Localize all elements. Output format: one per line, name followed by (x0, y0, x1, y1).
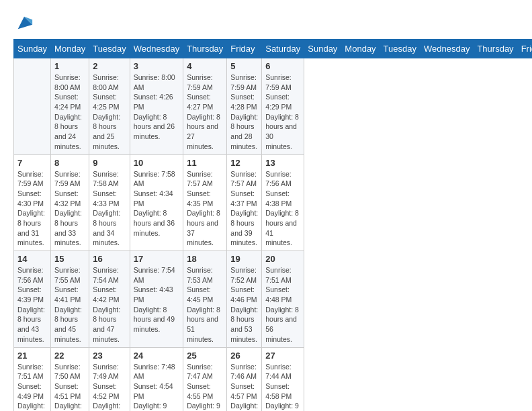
day-detail: Sunrise: 7:52 AM Sunset: 4:46 PM Dayligh… (230, 265, 258, 345)
calendar-cell: 16Sunrise: 7:54 AM Sunset: 4:42 PM Dayli… (89, 251, 130, 348)
day-detail: Sunrise: 7:53 AM Sunset: 4:45 PM Dayligh… (187, 265, 223, 345)
calendar-cell: 9Sunrise: 7:58 AM Sunset: 4:33 PM Daylig… (89, 154, 130, 251)
day-detail: Sunrise: 7:56 AM Sunset: 4:38 PM Dayligh… (265, 169, 300, 248)
day-number: 19 (230, 254, 258, 264)
day-detail: Sunrise: 7:58 AM Sunset: 4:34 PM Dayligh… (134, 169, 179, 238)
calendar-header-row: SundayMondayTuesdayWednesdayThursdayFrid… (14, 40, 533, 58)
day-number: 21 (17, 351, 47, 361)
day-detail: Sunrise: 7:56 AM Sunset: 4:39 PM Dayligh… (17, 265, 47, 345)
day-detail: Sunrise: 7:44 AM Sunset: 4:58 PM Dayligh… (265, 362, 300, 412)
calendar-cell: 8Sunrise: 7:59 AM Sunset: 4:32 PM Daylig… (51, 154, 89, 251)
calendar-cell: 13Sunrise: 7:56 AM Sunset: 4:38 PM Dayli… (262, 154, 304, 251)
day-number: 5 (230, 61, 258, 71)
calendar-cell: 14Sunrise: 7:56 AM Sunset: 4:39 PM Dayli… (14, 251, 51, 348)
day-number: 22 (54, 351, 85, 361)
day-number: 15 (54, 254, 85, 264)
day-number: 8 (54, 158, 85, 168)
calendar-cell: 10Sunrise: 7:58 AM Sunset: 4:34 PM Dayli… (130, 154, 183, 251)
day-number: 1 (54, 61, 85, 71)
calendar-cell: 21Sunrise: 7:51 AM Sunset: 4:49 PM Dayli… (14, 347, 51, 411)
day-number: 3 (134, 61, 179, 71)
logo (13, 13, 34, 32)
day-detail: Sunrise: 8:00 AM Sunset: 4:25 PM Dayligh… (93, 73, 126, 152)
logo-icon (15, 13, 34, 32)
svg-marker-0 (18, 17, 32, 30)
calendar-cell: 15Sunrise: 7:55 AM Sunset: 4:41 PM Dayli… (51, 251, 89, 348)
day-detail: Sunrise: 7:59 AM Sunset: 4:28 PM Dayligh… (230, 73, 258, 152)
day-number: 18 (187, 254, 223, 264)
header-tuesday: Tuesday (380, 40, 420, 58)
header-saturday: Saturday (262, 40, 304, 58)
header-monday: Monday (51, 40, 89, 58)
day-detail: Sunrise: 7:59 AM Sunset: 4:29 PM Dayligh… (265, 73, 300, 152)
header-wednesday: Wednesday (130, 40, 183, 58)
calendar-cell: 11Sunrise: 7:57 AM Sunset: 4:35 PM Dayli… (183, 154, 227, 251)
header-thursday: Thursday (183, 40, 227, 58)
page-header (13, 13, 519, 32)
day-number: 20 (265, 254, 300, 264)
day-number: 17 (134, 254, 179, 264)
header-friday: Friday (227, 40, 262, 58)
calendar-cell: 4Sunrise: 7:59 AM Sunset: 4:27 PM Daylig… (183, 58, 227, 155)
calendar-cell (14, 58, 51, 155)
day-detail: Sunrise: 7:54 AM Sunset: 4:42 PM Dayligh… (93, 265, 126, 345)
calendar-cell: 2Sunrise: 8:00 AM Sunset: 4:25 PM Daylig… (89, 58, 130, 155)
calendar-cell: 27Sunrise: 7:44 AM Sunset: 4:58 PM Dayli… (262, 347, 304, 411)
calendar-cell: 12Sunrise: 7:57 AM Sunset: 4:37 PM Dayli… (227, 154, 262, 251)
day-detail: Sunrise: 7:51 AM Sunset: 4:49 PM Dayligh… (17, 362, 47, 412)
calendar-cell: 25Sunrise: 7:47 AM Sunset: 4:55 PM Dayli… (183, 347, 227, 411)
day-detail: Sunrise: 8:00 AM Sunset: 4:24 PM Dayligh… (54, 73, 85, 152)
calendar-cell: 7Sunrise: 7:59 AM Sunset: 4:30 PM Daylig… (14, 154, 51, 251)
calendar-cell: 18Sunrise: 7:53 AM Sunset: 4:45 PM Dayli… (183, 251, 227, 348)
day-detail: Sunrise: 7:59 AM Sunset: 4:32 PM Dayligh… (54, 169, 85, 248)
day-number: 14 (17, 254, 47, 264)
day-number: 23 (93, 351, 126, 361)
day-number: 27 (265, 351, 300, 361)
header-tuesday: Tuesday (89, 40, 130, 58)
day-detail: Sunrise: 7:59 AM Sunset: 4:27 PM Dayligh… (187, 73, 223, 152)
calendar-cell: 17Sunrise: 7:54 AM Sunset: 4:43 PM Dayli… (130, 251, 183, 348)
day-detail: Sunrise: 8:00 AM Sunset: 4:26 PM Dayligh… (134, 73, 179, 142)
day-number: 6 (265, 61, 300, 71)
calendar-cell: 24Sunrise: 7:48 AM Sunset: 4:54 PM Dayli… (130, 347, 183, 411)
day-detail: Sunrise: 7:51 AM Sunset: 4:48 PM Dayligh… (265, 265, 300, 345)
day-detail: Sunrise: 7:46 AM Sunset: 4:57 PM Dayligh… (230, 362, 258, 412)
header-monday: Monday (341, 40, 380, 58)
day-detail: Sunrise: 7:49 AM Sunset: 4:52 PM Dayligh… (93, 362, 126, 412)
calendar-cell: 6Sunrise: 7:59 AM Sunset: 4:29 PM Daylig… (262, 58, 304, 155)
day-number: 9 (93, 158, 126, 168)
day-detail: Sunrise: 7:57 AM Sunset: 4:35 PM Dayligh… (187, 169, 223, 248)
calendar-cell: 1Sunrise: 8:00 AM Sunset: 4:24 PM Daylig… (51, 58, 89, 155)
day-detail: Sunrise: 7:47 AM Sunset: 4:55 PM Dayligh… (187, 362, 223, 412)
day-number: 13 (265, 158, 300, 168)
calendar-week-row: 14Sunrise: 7:56 AM Sunset: 4:39 PM Dayli… (14, 251, 533, 348)
day-number: 4 (187, 61, 223, 71)
calendar-cell: 23Sunrise: 7:49 AM Sunset: 4:52 PM Dayli… (89, 347, 130, 411)
day-detail: Sunrise: 7:59 AM Sunset: 4:30 PM Dayligh… (17, 169, 47, 248)
day-detail: Sunrise: 7:50 AM Sunset: 4:51 PM Dayligh… (54, 362, 85, 412)
day-number: 16 (93, 254, 126, 264)
header-friday: Friday (517, 40, 532, 58)
calendar-week-row: 7Sunrise: 7:59 AM Sunset: 4:30 PM Daylig… (14, 154, 533, 251)
header-sunday: Sunday (14, 40, 51, 58)
day-number: 25 (187, 351, 223, 361)
day-number: 12 (230, 158, 258, 168)
calendar-cell: 19Sunrise: 7:52 AM Sunset: 4:46 PM Dayli… (227, 251, 262, 348)
day-detail: Sunrise: 7:54 AM Sunset: 4:43 PM Dayligh… (134, 265, 179, 334)
calendar-cell: 22Sunrise: 7:50 AM Sunset: 4:51 PM Dayli… (51, 347, 89, 411)
day-detail: Sunrise: 7:57 AM Sunset: 4:37 PM Dayligh… (230, 169, 258, 248)
day-detail: Sunrise: 7:58 AM Sunset: 4:33 PM Dayligh… (93, 169, 126, 248)
day-number: 2 (93, 61, 126, 71)
calendar-cell: 26Sunrise: 7:46 AM Sunset: 4:57 PM Dayli… (227, 347, 262, 411)
day-number: 7 (17, 158, 47, 168)
calendar-cell: 20Sunrise: 7:51 AM Sunset: 4:48 PM Dayli… (262, 251, 304, 348)
calendar-week-row: 21Sunrise: 7:51 AM Sunset: 4:49 PM Dayli… (14, 347, 533, 411)
day-detail: Sunrise: 7:55 AM Sunset: 4:41 PM Dayligh… (54, 265, 85, 345)
day-number: 11 (187, 158, 223, 168)
calendar-table: SundayMondayTuesdayWednesdayThursdayFrid… (13, 39, 532, 411)
calendar-cell: 5Sunrise: 7:59 AM Sunset: 4:28 PM Daylig… (227, 58, 262, 155)
day-number: 10 (134, 158, 179, 168)
day-detail: Sunrise: 7:48 AM Sunset: 4:54 PM Dayligh… (134, 362, 179, 412)
day-number: 24 (134, 351, 179, 361)
calendar-cell: 3Sunrise: 8:00 AM Sunset: 4:26 PM Daylig… (130, 58, 183, 155)
